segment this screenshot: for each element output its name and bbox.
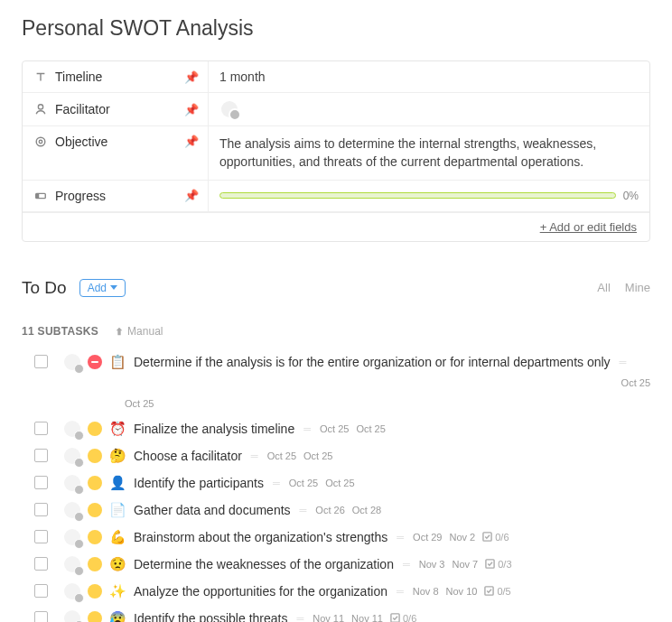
task-title[interactable]: Analyze the opportunities for the organi…: [134, 584, 387, 599]
person-icon: [33, 102, 48, 116]
assignee-avatar-icon[interactable]: [64, 556, 80, 572]
assignee-avatar-icon[interactable]: [64, 475, 80, 491]
add-button[interactable]: Add: [79, 279, 126, 297]
task-start-date[interactable]: Oct 25: [320, 423, 349, 434]
task-end-date[interactable]: Oct 25: [125, 398, 154, 409]
field-row-facilitator[interactable]: Facilitator 📌: [23, 93, 649, 126]
task-start-date[interactable]: Nov 11: [313, 613, 344, 622]
subtasks-bar: 11 SUBTASKS Manual: [22, 325, 650, 338]
assignee-avatar-icon[interactable]: [64, 502, 80, 518]
checkbox[interactable]: [34, 476, 48, 489]
checklist-icon: [390, 613, 400, 622]
checklist-count[interactable]: 0/6: [482, 532, 509, 543]
checkbox[interactable]: [34, 530, 48, 543]
checklist-count[interactable]: 0/3: [485, 559, 511, 570]
pin-icon[interactable]: 📌: [184, 135, 199, 148]
priority-badge[interactable]: [88, 422, 102, 436]
task-row[interactable]: 💪Brainstorm about the organization's str…: [34, 529, 650, 545]
task-title[interactable]: Identify the possible threats: [134, 611, 287, 622]
task-start-date[interactable]: Oct 25: [621, 377, 650, 388]
task-title[interactable]: Determine the weaknesses of the organiza…: [134, 557, 394, 571]
task-emoji-icon: 🤔: [109, 449, 126, 462]
field-row-timeline[interactable]: Timeline 📌 1 month: [23, 61, 649, 93]
task-row[interactable]: ✨Analyze the opportunities for the organ…: [34, 583, 650, 599]
task-start-date[interactable]: Nov 3: [419, 559, 445, 570]
task-title[interactable]: Brainstorm about the organization's stre…: [134, 530, 387, 544]
assignee-avatar-icon[interactable]: [64, 448, 80, 464]
pin-icon[interactable]: 📌: [184, 189, 199, 202]
checklist-count[interactable]: 0/5: [484, 586, 510, 597]
svg-point-0: [38, 105, 42, 109]
task-end-date[interactable]: Nov 11: [351, 613, 383, 622]
checkbox[interactable]: [34, 584, 48, 598]
task-end-date[interactable]: Nov 10: [446, 586, 478, 597]
pin-icon[interactable]: 📌: [184, 70, 199, 84]
separator: ═: [395, 532, 406, 543]
assignee-avatar-icon[interactable]: [64, 583, 80, 599]
checklist-count[interactable]: 0/6: [390, 613, 416, 622]
task-end-date[interactable]: Oct 25: [325, 478, 354, 488]
priority-badge[interactable]: [88, 503, 102, 517]
task-end-date[interactable]: Oct 28: [352, 505, 381, 515]
separator: ═: [395, 586, 406, 597]
priority-badge[interactable]: [88, 611, 102, 622]
checkbox[interactable]: [34, 557, 48, 571]
task-title[interactable]: Choose a facilitator: [134, 449, 242, 463]
checkbox[interactable]: [34, 449, 48, 462]
task-start-date[interactable]: Oct 26: [315, 505, 344, 515]
priority-badge[interactable]: [88, 355, 102, 369]
field-value[interactable]: 1 month: [209, 61, 649, 92]
assignee-avatar-icon[interactable]: [64, 354, 80, 370]
task-title[interactable]: Identify the participants: [134, 476, 264, 490]
task-row[interactable]: 🤔Choose a facilitator═Oct 25Oct 25: [34, 448, 650, 464]
task-title[interactable]: Finalize the analysis timeline: [134, 422, 294, 436]
task-title[interactable]: Gather data and documents: [134, 503, 291, 517]
field-label: Timeline: [55, 70, 102, 84]
task-end-date[interactable]: Nov 7: [453, 559, 479, 570]
priority-badge[interactable]: [88, 530, 102, 544]
checkbox[interactable]: [34, 611, 48, 622]
task-end-date[interactable]: Nov 2: [449, 532, 475, 543]
checklist-icon: [482, 532, 492, 542]
task-end-date[interactable]: Oct 25: [356, 423, 385, 434]
priority-badge[interactable]: [88, 557, 102, 571]
task-title[interactable]: Determine if the analysis is for the ent…: [134, 355, 611, 369]
task-end-date[interactable]: Oct 25: [303, 450, 332, 461]
checkbox[interactable]: [34, 355, 48, 368]
field-row-objective[interactable]: Objective 📌 The analysis aims to determi…: [23, 126, 649, 181]
svg-rect-8: [391, 614, 399, 622]
task-emoji-icon: 💪: [109, 530, 126, 543]
assignee-avatar-icon[interactable]: [64, 421, 80, 437]
task-start-date[interactable]: Nov 8: [413, 586, 439, 597]
task-emoji-icon: 😰: [109, 611, 126, 622]
task-row[interactable]: ⏰Finalize the analysis timeline═Oct 25Oc…: [34, 421, 650, 437]
task-row[interactable]: 😟Determine the weaknesses of the organiz…: [34, 556, 650, 572]
filter-all[interactable]: All: [597, 281, 610, 294]
checkbox[interactable]: [34, 422, 48, 435]
field-value[interactable]: The analysis aims to determine the inter…: [209, 126, 649, 180]
priority-badge[interactable]: [88, 449, 102, 463]
progress-bar[interactable]: [219, 192, 616, 199]
pin-icon[interactable]: 📌: [184, 103, 199, 116]
field-value[interactable]: 0%: [209, 181, 649, 211]
task-row[interactable]: 📋Determine if the analysis is for the en…: [34, 354, 650, 410]
avatar-placeholder-icon[interactable]: [221, 101, 238, 117]
filter-mine[interactable]: Mine: [625, 281, 650, 294]
add-edit-fields-link[interactable]: + Add or edit fields: [540, 220, 637, 234]
assignee-avatar-icon[interactable]: [64, 529, 80, 545]
field-row-progress[interactable]: Progress 📌 0%: [23, 181, 649, 212]
checkbox[interactable]: [34, 503, 48, 516]
target-icon: [33, 135, 48, 149]
task-row[interactable]: 😰Identify the possible threats═Nov 11Nov…: [34, 610, 650, 622]
task-row[interactable]: 📄Gather data and documents═Oct 26Oct 28: [34, 502, 650, 518]
checklist-icon: [485, 559, 495, 569]
priority-badge[interactable]: [88, 584, 102, 599]
assignee-avatar-icon[interactable]: [64, 610, 80, 622]
task-start-date[interactable]: Oct 25: [289, 478, 318, 488]
field-value[interactable]: [209, 93, 649, 125]
priority-badge[interactable]: [88, 476, 102, 490]
task-row[interactable]: 👤Identify the participants═Oct 25Oct 25: [34, 475, 650, 491]
sort-button[interactable]: Manual: [115, 325, 163, 338]
task-start-date[interactable]: Oct 25: [267, 450, 296, 461]
task-start-date[interactable]: Oct 29: [413, 532, 442, 543]
